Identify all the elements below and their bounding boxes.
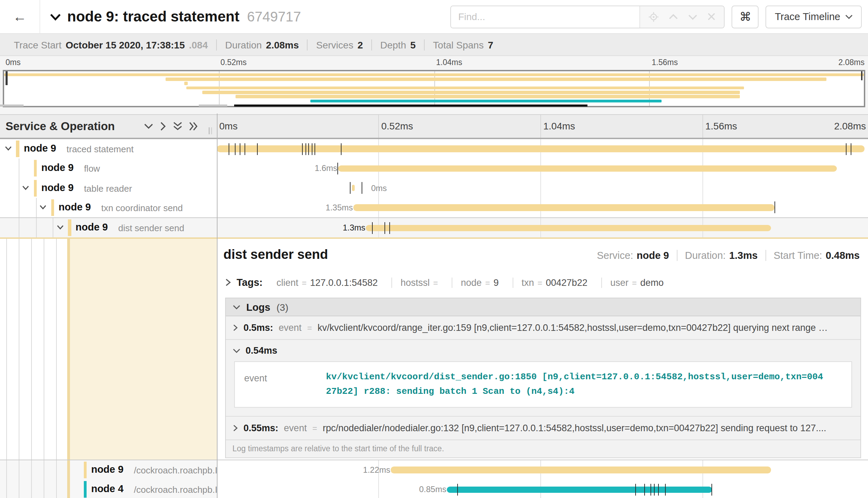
span-duration-bar[interactable] bbox=[216, 146, 865, 152]
collapse-chevron-icon[interactable] bbox=[56, 225, 63, 230]
log-row-0[interactable]: 0.5ms: event = kv/kvclient/kvcoord/range… bbox=[225, 317, 860, 340]
locate-icon[interactable] bbox=[649, 11, 659, 22]
collapse-all-chevron-down-icon[interactable] bbox=[144, 123, 153, 129]
collapse-chevron-icon[interactable] bbox=[5, 146, 12, 151]
trace-viewer: ← node 9: traced statement 6749717 bbox=[0, 0, 868, 498]
tag-value: 00427b22 bbox=[546, 278, 587, 288]
log-row-1-expanded[interactable]: 0.54ms event kv/kvclient/kvcoord/dist_se… bbox=[225, 340, 860, 417]
span-duration-bar[interactable] bbox=[391, 467, 771, 473]
span-detail-block: dist sender send Service: node 9 Duratio… bbox=[0, 239, 868, 460]
log-marker-tick bbox=[644, 484, 645, 496]
log-marker-tick bbox=[457, 484, 458, 496]
indent-guide bbox=[36, 218, 37, 238]
span-duration-bar[interactable] bbox=[338, 165, 836, 172]
log-row-2[interactable]: 0.55ms: event = rpc/nodedialer/nodediale… bbox=[225, 417, 860, 441]
summary-label: Duration bbox=[225, 39, 262, 50]
next-match-chevron-down-icon[interactable] bbox=[688, 13, 698, 20]
trace-title-group: node 9: traced statement 6749717 bbox=[50, 8, 451, 25]
log-marker-tick bbox=[361, 182, 362, 194]
collapse-controls bbox=[144, 122, 198, 131]
collapse-chevron-icon[interactable] bbox=[39, 205, 46, 210]
log-key: event bbox=[284, 423, 307, 434]
gridline bbox=[541, 178, 541, 198]
collapse-trace-chevron-icon[interactable] bbox=[50, 13, 61, 20]
minimap-tick-labels: 0ms0.52ms1.04ms1.56ms2.08ms bbox=[0, 56, 868, 69]
column-resize-grip[interactable] bbox=[209, 127, 212, 134]
logs-title: Logs bbox=[246, 302, 270, 313]
span-row--cockroach-roachpb-i-[interactable]: node 4/cockroach.roachpb.I…0.85ms bbox=[0, 480, 868, 498]
minimap-span-bar bbox=[203, 91, 740, 94]
log-marker-tick bbox=[245, 143, 245, 155]
find-input[interactable] bbox=[451, 6, 640, 27]
minimap-drag-handle-right[interactable] bbox=[861, 71, 862, 80]
prev-match-chevron-up-icon[interactable] bbox=[669, 13, 679, 20]
minimap-canvas[interactable] bbox=[3, 70, 865, 107]
span-row--cockroach-roachpb-i-[interactable]: node 9/cockroach.roachpb.I…1.22ms bbox=[0, 460, 868, 480]
log-marker-tick bbox=[654, 484, 655, 496]
log-key: event bbox=[279, 323, 302, 333]
chevron-down-icon bbox=[232, 348, 240, 354]
logs-accordion-header[interactable]: Logs (3) bbox=[225, 299, 860, 317]
tag-client: client=127.0.0.1:54582 bbox=[268, 278, 386, 288]
span-name-cell: node 9traced statement bbox=[0, 139, 216, 159]
span-duration-bar[interactable] bbox=[354, 205, 774, 211]
minimap-viewport-bar[interactable] bbox=[234, 105, 587, 107]
span-name-cell: node 9flow bbox=[0, 159, 216, 179]
indent-guide bbox=[6, 460, 7, 480]
back-button[interactable]: ← bbox=[0, 0, 40, 33]
back-arrow-icon: ← bbox=[13, 9, 27, 25]
service-operation-title: Service & Operation bbox=[6, 120, 115, 133]
summary-value: 2 bbox=[357, 39, 363, 50]
span-row-traced-statement[interactable]: node 9traced statement bbox=[0, 139, 868, 159]
indent-guide bbox=[19, 480, 19, 498]
meta-duration-value: 1.3ms bbox=[729, 250, 758, 261]
span-duration-bar[interactable] bbox=[447, 486, 712, 493]
tags-accordion[interactable]: Tags: client=127.0.0.1:54582hostssl=node… bbox=[223, 276, 861, 291]
ruler-tick-label: 1.04ms bbox=[543, 120, 575, 132]
clear-search-icon[interactable] bbox=[708, 12, 716, 21]
meta-start-time-label: Start Time: bbox=[773, 250, 822, 261]
tag-value: demo bbox=[640, 278, 664, 288]
meta-start-time-value: 0.48ms bbox=[826, 250, 860, 261]
keyboard-shortcuts-button[interactable]: ⌘ bbox=[732, 5, 759, 28]
log-row-1-header[interactable]: 0.54ms bbox=[225, 340, 860, 360]
collapse-one-chevron-right-icon[interactable] bbox=[160, 122, 166, 131]
indent-guide bbox=[6, 480, 7, 498]
top-bar: ← node 9: traced statement 6749717 bbox=[0, 0, 868, 34]
span-color-bar bbox=[16, 141, 19, 157]
minimap-span-bar bbox=[236, 95, 740, 99]
indent-guide bbox=[19, 460, 19, 480]
minimap-span-bar bbox=[165, 78, 826, 81]
summary-item-1: Duration2.08ms bbox=[216, 39, 307, 50]
log-marker-tick bbox=[341, 143, 342, 155]
span-row-dist-sender-send[interactable]: node 9dist sender send1.3ms bbox=[0, 217, 868, 239]
log-field-key: event bbox=[244, 371, 326, 399]
span-duration-bar[interactable] bbox=[366, 225, 771, 231]
collapse-chevron-icon[interactable] bbox=[22, 185, 29, 190]
span-color-bar bbox=[68, 220, 71, 236]
trace-minimap: 0ms0.52ms1.04ms1.56ms2.08ms bbox=[0, 56, 868, 114]
indent-guide bbox=[31, 480, 32, 498]
meta-service-label: Service: bbox=[597, 250, 633, 261]
collapse-all-double-chevron-right-icon[interactable] bbox=[189, 122, 198, 131]
chevron-down-icon bbox=[232, 305, 240, 310]
summary-value: October 15 2020, 17:38:15 bbox=[65, 39, 185, 50]
span-duration-bar[interactable] bbox=[352, 185, 354, 191]
tag-hostssl: hostssl= bbox=[391, 278, 446, 288]
name-column-divider[interactable] bbox=[216, 114, 218, 498]
tag-user: user=demo bbox=[601, 278, 672, 288]
span-bar-cell: 1.35ms bbox=[216, 198, 868, 218]
indent-guide bbox=[56, 460, 57, 480]
span-detail-card: dist sender send Service: node 9 Duratio… bbox=[216, 239, 868, 460]
log-marker-tick bbox=[302, 143, 303, 155]
trace-view-selector-button[interactable]: Trace Timeline bbox=[766, 5, 862, 28]
ruler-tick-label: 0.52ms bbox=[381, 120, 413, 132]
minimap-drag-handle-left[interactable] bbox=[6, 71, 7, 85]
expand-all-double-chevron-down-icon[interactable] bbox=[173, 122, 182, 131]
span-row-flow[interactable]: node 9flow1.6ms bbox=[0, 159, 868, 179]
span-row-table-reader[interactable]: node 9table reader0ms bbox=[0, 178, 868, 198]
tag-value: 9 bbox=[494, 278, 499, 288]
span-service-name: node 9 bbox=[41, 162, 73, 173]
find-group bbox=[451, 5, 725, 28]
span-row-txn-coordinator-send[interactable]: node 9txn coordinator send1.35ms bbox=[0, 198, 868, 218]
